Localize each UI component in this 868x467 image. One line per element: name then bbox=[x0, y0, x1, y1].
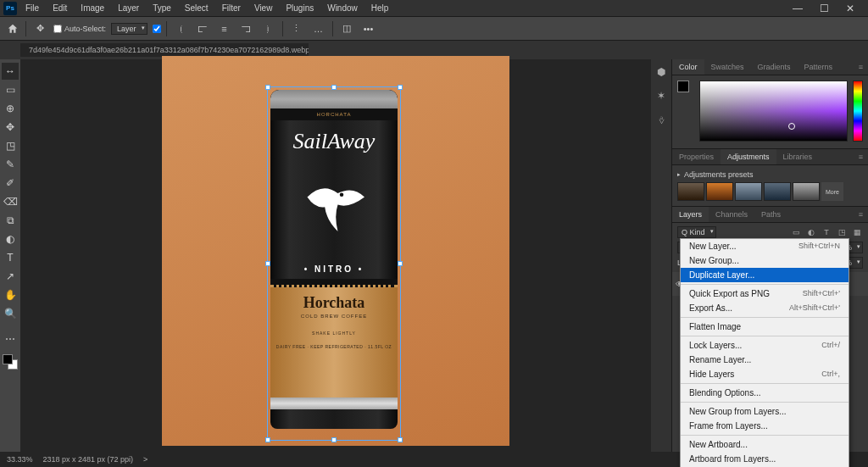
filter-icon[interactable]: ▭ bbox=[790, 226, 802, 238]
canvas-area[interactable]: HORCHATA SailAway • NITRO • Horchata COL… bbox=[20, 59, 651, 452]
type-tool[interactable]: T bbox=[2, 249, 19, 266]
tab-gradients[interactable]: Gradients bbox=[751, 59, 798, 75]
tab-properties[interactable]: Properties bbox=[672, 149, 721, 164]
close-button[interactable]: ✕ bbox=[841, 1, 860, 16]
align-icon[interactable]: ⟮ bbox=[172, 20, 189, 37]
menu-view[interactable]: View bbox=[249, 2, 278, 14]
tab-libraries[interactable]: Libraries bbox=[776, 149, 820, 164]
menu-help[interactable]: Help bbox=[366, 2, 394, 14]
filter-icon[interactable]: ◳ bbox=[836, 226, 848, 238]
align-icon[interactable]: ⫎ bbox=[238, 20, 255, 37]
menu-plugins[interactable]: Plugins bbox=[281, 2, 319, 14]
filter-icon[interactable]: ▦ bbox=[851, 226, 863, 238]
foreground-swatch[interactable] bbox=[677, 81, 694, 97]
preset-thumb[interactable] bbox=[793, 182, 820, 201]
collapsed-panels: ⬢ ✶ ⎀ bbox=[651, 59, 671, 452]
tab-title: 7d49fe454d9c61dfa3f0ae26b211a01f7a3312a0… bbox=[29, 46, 309, 54]
context-menu-item[interactable]: Hide LayersCtrl+, bbox=[681, 367, 849, 381]
align-icon[interactable]: ≡ bbox=[216, 20, 233, 37]
canvas[interactable]: HORCHATA SailAway • NITRO • Horchata COL… bbox=[162, 56, 509, 446]
show-transform-checkbox[interactable] bbox=[153, 25, 161, 33]
gradient-tool[interactable]: ⧉ bbox=[2, 212, 19, 229]
more-presets-button[interactable]: More bbox=[821, 182, 843, 201]
tab-swatches[interactable]: Swatches bbox=[704, 59, 751, 75]
tab-layers[interactable]: Layers bbox=[672, 207, 709, 222]
filter-icon[interactable]: ◐ bbox=[805, 226, 817, 238]
color-picker[interactable] bbox=[699, 81, 848, 142]
tab-adjustments[interactable]: Adjustments bbox=[721, 149, 776, 164]
layer-kind-filter[interactable]: Q Kind bbox=[677, 226, 716, 238]
move-tool-icon: ✥ bbox=[31, 20, 48, 37]
tab-color[interactable]: Color bbox=[672, 59, 704, 75]
panel-menu-icon[interactable]: ≡ bbox=[854, 207, 868, 222]
tab-patterns[interactable]: Patterns bbox=[798, 59, 840, 75]
context-menu-item[interactable]: Artboard from Layers... bbox=[681, 452, 849, 466]
menu-filter[interactable]: Filter bbox=[217, 2, 246, 14]
panel-menu-icon[interactable]: ≡ bbox=[854, 149, 868, 164]
status-arrow-icon[interactable]: > bbox=[143, 455, 147, 464]
context-menu-item[interactable]: Flatten Image bbox=[681, 320, 849, 334]
context-menu-item[interactable]: Frame from Layers... bbox=[681, 419, 849, 433]
edit-toolbar-icon[interactable]: ⋯ bbox=[2, 331, 19, 347]
menu-layer[interactable]: Layer bbox=[113, 2, 144, 14]
align-icon[interactable]: ⟯ bbox=[260, 20, 277, 37]
menu-image[interactable]: Image bbox=[75, 2, 109, 14]
panel-icon[interactable]: ⬢ bbox=[654, 64, 669, 80]
menu-type[interactable]: Type bbox=[147, 2, 176, 14]
context-menu-item[interactable]: Blending Options... bbox=[681, 386, 849, 400]
context-menu-item[interactable]: Rename Layer... bbox=[681, 353, 849, 367]
brush-tool[interactable]: ✐ bbox=[2, 175, 19, 192]
preset-thumb[interactable] bbox=[764, 182, 791, 201]
move-tool[interactable]: ↔ bbox=[2, 63, 19, 80]
panel-icon[interactable]: ⎀ bbox=[654, 112, 669, 127]
distribute-icon[interactable]: ⋮ bbox=[288, 20, 305, 37]
frame-tool[interactable]: ◳ bbox=[2, 137, 19, 154]
color-swatches[interactable] bbox=[3, 354, 18, 370]
home-icon[interactable] bbox=[5, 21, 20, 36]
panel-menu-icon[interactable]: ≡ bbox=[854, 59, 868, 75]
filter-icon[interactable]: T bbox=[821, 226, 832, 238]
tab-channels[interactable]: Channels bbox=[709, 207, 754, 222]
context-menu-item[interactable]: New Artboard... bbox=[681, 437, 849, 452]
align-icon[interactable]: ⫍ bbox=[194, 20, 211, 37]
context-menu-item[interactable]: Lock Layers...Ctrl+/ bbox=[681, 338, 849, 353]
color-panel-tabs: Color Swatches Gradients Patterns ≡ bbox=[672, 59, 868, 75]
context-menu-item[interactable]: New Group... bbox=[681, 253, 849, 268]
context-menu-item[interactable]: New Group from Layers... bbox=[681, 404, 849, 419]
path-tool[interactable]: ↗ bbox=[2, 268, 19, 285]
menu-window[interactable]: Window bbox=[322, 2, 363, 14]
context-menu-item[interactable]: Duplicate Layer... bbox=[681, 268, 849, 282]
context-menu-item[interactable]: New Layer...Shift+Ctrl+N bbox=[681, 239, 849, 253]
adjustments-panel-tabs: Properties Adjustments Libraries ≡ bbox=[672, 149, 868, 165]
context-menu-item[interactable]: Export As...Alt+Shift+Ctrl+' bbox=[681, 301, 849, 315]
hand-tool[interactable]: ✋ bbox=[2, 286, 19, 303]
tab-paths[interactable]: Paths bbox=[754, 207, 787, 222]
dodge-tool[interactable]: ◐ bbox=[2, 231, 19, 247]
eraser-tool[interactable]: ⌫ bbox=[2, 193, 19, 210]
preset-thumb[interactable] bbox=[706, 182, 733, 201]
maximize-button[interactable]: ☐ bbox=[815, 1, 834, 16]
autoselect-checkbox[interactable]: Auto-Select: bbox=[53, 25, 106, 33]
minimize-button[interactable]: — bbox=[787, 1, 808, 16]
document-dimensions[interactable]: 2318 px x 2481 px (72 ppi) bbox=[43, 455, 134, 464]
crop-tool[interactable]: ✥ bbox=[2, 119, 19, 136]
preset-thumbnails: More bbox=[677, 182, 863, 201]
menu-file[interactable]: File bbox=[20, 2, 44, 14]
menu-edit[interactable]: Edit bbox=[47, 2, 72, 14]
more-options-icon[interactable]: ••• bbox=[360, 20, 377, 37]
eyedropper-tool[interactable]: ✎ bbox=[2, 156, 19, 173]
panel-icon[interactable]: ✶ bbox=[654, 88, 669, 103]
autoselect-mode-dropdown[interactable]: Layer bbox=[111, 23, 147, 35]
preset-thumb[interactable] bbox=[735, 182, 762, 201]
zoom-tool[interactable]: 🔍 bbox=[2, 305, 19, 322]
menu-select[interactable]: Select bbox=[180, 2, 214, 14]
preset-thumb[interactable] bbox=[677, 182, 704, 201]
lasso-tool[interactable]: ⊕ bbox=[2, 100, 19, 117]
presets-label[interactable]: Adjustments presets bbox=[677, 170, 863, 179]
more-align-icon[interactable]: … bbox=[310, 20, 327, 37]
hue-slider[interactable] bbox=[853, 81, 863, 142]
context-menu-item[interactable]: Quick Export as PNGShift+Ctrl+' bbox=[681, 286, 849, 301]
3d-mode-icon[interactable]: ◫ bbox=[338, 20, 355, 37]
marquee-tool[interactable]: ▭ bbox=[2, 81, 19, 98]
zoom-level[interactable]: 33.33% bbox=[7, 455, 33, 464]
